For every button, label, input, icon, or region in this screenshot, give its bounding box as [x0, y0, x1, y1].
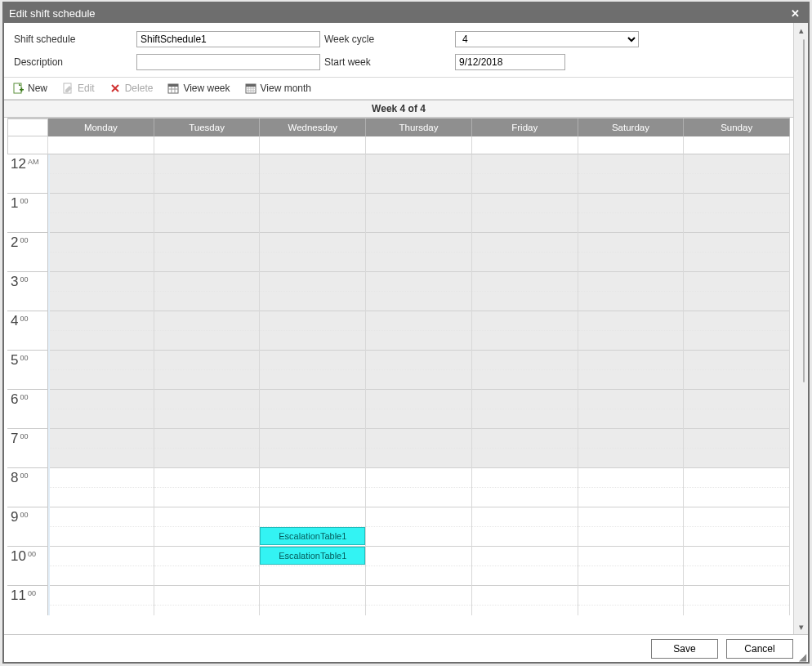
time-slot[interactable] [684, 213, 789, 233]
time-slot[interactable] [260, 370, 365, 390]
time-slot[interactable] [472, 527, 578, 547]
time-slot[interactable] [366, 566, 471, 586]
day-column[interactable]: EscalationTable1EscalationTable1 [260, 154, 366, 615]
allday-cell[interactable] [366, 136, 472, 154]
time-slot[interactable] [50, 527, 154, 547]
time-slot[interactable] [578, 449, 684, 468]
time-slot[interactable] [260, 194, 365, 213]
time-slot[interactable] [154, 213, 260, 233]
allday-cell[interactable] [48, 136, 154, 154]
time-slot[interactable] [260, 351, 365, 370]
time-slot[interactable] [154, 390, 260, 409]
cancel-button[interactable]: Cancel [726, 639, 793, 659]
time-slot[interactable] [578, 253, 684, 272]
time-slot[interactable] [154, 429, 260, 449]
time-slot[interactable] [260, 213, 365, 233]
time-slot[interactable] [260, 390, 365, 409]
time-slot[interactable] [578, 194, 684, 213]
time-slot[interactable] [684, 468, 789, 488]
time-slot[interactable] [260, 292, 365, 311]
time-slot[interactable] [50, 194, 154, 213]
shift-schedule-input[interactable] [136, 31, 320, 47]
time-slot[interactable] [578, 527, 684, 547]
time-slot[interactable] [684, 449, 789, 468]
time-slot[interactable] [260, 566, 365, 586]
day-column[interactable] [48, 154, 154, 615]
time-slot[interactable] [684, 253, 789, 272]
description-input[interactable] [136, 54, 320, 70]
time-slot[interactable] [366, 547, 471, 566]
time-slot[interactable] [578, 213, 684, 233]
time-slot[interactable] [472, 311, 578, 331]
time-slot[interactable] [472, 488, 578, 507]
time-slot[interactable] [366, 390, 471, 409]
time-slot[interactable] [472, 606, 578, 615]
allday-cell[interactable] [578, 136, 685, 154]
time-slot[interactable] [684, 527, 789, 547]
vertical-scrollbar[interactable]: ▴ ▾ [793, 23, 808, 634]
time-slot[interactable] [260, 429, 365, 449]
time-slot[interactable] [154, 566, 260, 586]
time-slot[interactable] [50, 311, 154, 331]
allday-cell[interactable] [154, 136, 261, 154]
time-slot[interactable] [366, 311, 471, 331]
time-slot[interactable] [366, 409, 471, 429]
scroll-up-icon[interactable]: ▴ [794, 23, 809, 38]
time-slot[interactable] [472, 253, 578, 272]
allday-cell[interactable] [472, 136, 578, 154]
time-slot[interactable] [472, 586, 578, 606]
time-slot[interactable] [578, 390, 684, 409]
time-slot[interactable] [684, 351, 789, 370]
time-slot[interactable] [366, 527, 471, 547]
time-slot[interactable] [154, 174, 260, 194]
time-slot[interactable] [366, 507, 471, 527]
time-slot[interactable] [578, 586, 684, 606]
time-slot[interactable] [684, 370, 789, 390]
time-slot[interactable] [50, 468, 154, 488]
time-slot[interactable] [578, 507, 684, 527]
time-slot[interactable] [578, 566, 684, 586]
day-column[interactable] [472, 154, 578, 615]
appointment[interactable]: EscalationTable1 [260, 527, 365, 545]
time-slot[interactable] [366, 351, 471, 370]
time-slot[interactable] [50, 370, 154, 390]
time-slot[interactable] [154, 194, 260, 213]
time-slot[interactable] [684, 194, 789, 213]
time-slot[interactable] [684, 547, 789, 566]
time-slot[interactable] [50, 272, 154, 292]
time-slot[interactable] [578, 154, 684, 174]
time-slot[interactable] [684, 233, 789, 253]
time-slot[interactable] [472, 409, 578, 429]
time-slot[interactable] [366, 292, 471, 311]
time-slot[interactable] [578, 331, 684, 351]
time-slot[interactable] [260, 331, 365, 351]
time-slot[interactable] [50, 429, 154, 449]
time-slot[interactable] [366, 449, 471, 468]
resize-grip-icon[interactable]: ◢ [796, 650, 806, 660]
time-slot[interactable] [684, 311, 789, 331]
time-slot[interactable] [684, 488, 789, 507]
time-slot[interactable] [50, 488, 154, 507]
time-slot[interactable] [684, 566, 789, 586]
time-slot[interactable] [154, 370, 260, 390]
time-slot[interactable] [260, 507, 365, 527]
time-slot[interactable] [472, 272, 578, 292]
time-slot[interactable] [366, 468, 471, 488]
time-slot[interactable] [260, 311, 365, 331]
time-slot[interactable] [260, 586, 365, 606]
time-slot[interactable] [684, 390, 789, 409]
time-slot[interactable] [366, 370, 471, 390]
time-slot[interactable] [578, 272, 684, 292]
time-slot[interactable] [154, 468, 260, 488]
time-slot[interactable] [154, 311, 260, 331]
time-slot[interactable] [578, 370, 684, 390]
time-slot[interactable] [50, 449, 154, 468]
time-slot[interactable] [50, 213, 154, 233]
time-slot[interactable] [50, 409, 154, 429]
day-column[interactable] [366, 154, 472, 615]
time-slot[interactable] [154, 547, 260, 566]
time-slot[interactable] [50, 154, 154, 174]
time-slot[interactable] [578, 311, 684, 331]
time-slot[interactable] [260, 253, 365, 272]
close-icon[interactable]: ✕ [787, 7, 803, 20]
